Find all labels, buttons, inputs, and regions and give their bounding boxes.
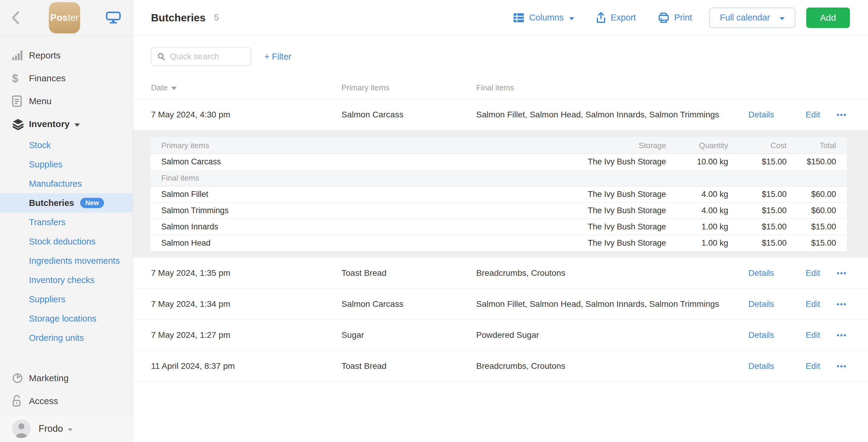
details-link[interactable]: Details [748, 268, 806, 278]
details-link[interactable]: Details [748, 330, 806, 340]
sidebar-item-ingredients-movements[interactable]: Ingredients movements [0, 251, 133, 270]
table-row[interactable]: 7 May 2024, 4:30 pm Salmon Carcass Salmo… [133, 99, 868, 130]
cell-storage: The Ivy Bush Storage [521, 206, 666, 215]
user-name: Frodo [38, 423, 63, 434]
subtable-header-final: Final items [150, 170, 847, 186]
app-window: Poster Reports $ Finances [0, 0, 868, 442]
sidebar-item-manufactures[interactable]: Manufactures [0, 174, 133, 193]
sidebar-item-storage-locations[interactable]: Storage locations [0, 309, 133, 328]
poster-logo[interactable]: Poster [49, 2, 80, 33]
column-header-final-items: Final items [476, 83, 868, 93]
sidebar-item-label: Ingredients movements [29, 256, 120, 266]
cell-cost: $15.00 [728, 238, 786, 248]
sidebar: Poster Reports $ Finances [0, 0, 133, 442]
logo-text-light: ter [68, 12, 79, 23]
cell-cost: $15.00 [728, 206, 786, 215]
sidebar-item-menu[interactable]: Menu [0, 90, 133, 113]
edit-link[interactable]: Edit [806, 299, 837, 309]
cell-quantity: 1.00 kg [666, 238, 728, 248]
sidebar-item-label: Stock [29, 140, 51, 150]
cell-final-items: Salmon Fillet, Salmon Head, Salmon Innar… [476, 110, 748, 120]
lock-open-icon [12, 395, 29, 407]
sidebar-item-suppliers[interactable]: Suppliers [0, 290, 133, 309]
details-link[interactable]: Details [748, 110, 806, 120]
sidebar-header: Poster [0, 0, 133, 36]
export-button[interactable]: Export [596, 12, 636, 24]
sidebar-item-ordering-units[interactable]: Ordering units [0, 328, 133, 347]
table-row[interactable]: 7 May 2024, 1:35 pm Toast Bread Breadcru… [133, 258, 868, 289]
terminal-icon [105, 11, 121, 25]
add-button[interactable]: Add [806, 7, 850, 28]
more-actions-button[interactable]: ••• [837, 300, 868, 308]
export-label: Export [611, 13, 636, 23]
calendar-range-button[interactable]: Full calendar [709, 7, 795, 28]
terminal-button[interactable] [105, 11, 121, 25]
columns-icon [513, 13, 524, 23]
subtable-row: Salmon Head The Ivy Bush Storage 1.00 kg… [150, 235, 847, 251]
table-row[interactable]: 11 April 2024, 8:37 pm Toast Bread Bread… [133, 351, 868, 382]
cell-primary-items: Toast Bread [341, 268, 476, 278]
search-input[interactable] [170, 52, 244, 61]
cell-storage: The Ivy Bush Storage [521, 222, 666, 232]
cell-date: 7 May 2024, 1:34 pm [151, 299, 341, 309]
edit-link[interactable]: Edit [806, 268, 837, 278]
sidebar-item-finances[interactable]: $ Finances [0, 67, 133, 90]
cell-primary-items: Toast Bread [341, 361, 476, 371]
sidebar-item-marketing[interactable]: Marketing [0, 367, 133, 389]
more-actions-button[interactable]: ••• [837, 331, 868, 339]
sidebar-item-label: Supplies [29, 160, 62, 170]
cell-total: $60.00 [786, 190, 847, 199]
columns-button[interactable]: Columns [513, 13, 574, 23]
document-icon [12, 96, 29, 107]
subtable-section-label: Primary items [150, 141, 521, 150]
edit-link[interactable]: Edit [806, 330, 837, 340]
avatar [12, 419, 31, 438]
edit-link[interactable]: Edit [806, 361, 837, 371]
more-actions-button[interactable]: ••• [837, 110, 868, 119]
sidebar-item-label: Stock deductions [29, 237, 96, 247]
details-link[interactable]: Details [748, 299, 806, 309]
sidebar-item-stock[interactable]: Stock [0, 135, 133, 155]
cell-item-name: Salmon Fillet [150, 190, 521, 199]
filter-button[interactable]: + Filter [264, 52, 291, 62]
cell-total: $150.00 [786, 157, 847, 167]
column-header-date[interactable]: Date [151, 83, 341, 93]
page-title: Butcheries [151, 12, 206, 24]
sidebar-item-butcheries[interactable]: Butcheries New [0, 193, 133, 212]
cell-quantity: 4.00 kg [666, 206, 728, 215]
search-box [151, 47, 251, 66]
sidebar-item-transfers[interactable]: Transfers [0, 212, 133, 232]
sidebar-item-inventory[interactable]: Inventory [0, 113, 133, 135]
columns-label: Columns [529, 13, 564, 23]
print-label: Print [674, 13, 692, 23]
search-icon [158, 52, 165, 61]
logo-text-bold: Pos [50, 12, 68, 23]
cell-item-name: Salmon Trimmings [150, 206, 521, 215]
export-icon [596, 12, 606, 24]
column-header-primary-items: Primary items [341, 83, 476, 93]
edit-link[interactable]: Edit [806, 110, 837, 120]
cell-date: 7 May 2024, 1:27 pm [151, 330, 341, 340]
cell-quantity: 4.00 kg [666, 190, 728, 199]
sidebar-item-inventory-checks[interactable]: Inventory checks [0, 270, 133, 290]
cell-primary-items: Salmon Carcass [341, 110, 476, 120]
header-actions: Columns Export [513, 7, 850, 28]
sidebar-item-reports[interactable]: Reports [0, 44, 133, 67]
sidebar-item-stock-deductions[interactable]: Stock deductions [0, 232, 133, 251]
more-actions-button[interactable]: ••• [837, 362, 868, 370]
sidebar-item-access[interactable]: Access [0, 389, 133, 412]
sidebar-item-supplies[interactable]: Supplies [0, 155, 133, 174]
cell-final-items: Breadcrumbs, Croutons [476, 361, 748, 371]
cell-quantity: 10.00 kg [666, 157, 728, 167]
subtable-header-primary: Primary items Storage Quantity Cost Tota… [150, 137, 847, 154]
collapse-sidebar-button[interactable] [11, 11, 24, 24]
table-row[interactable]: 7 May 2024, 1:34 pm Salmon Carcass Salmo… [133, 289, 868, 320]
print-button[interactable]: Print [658, 12, 692, 23]
cell-primary-items: Salmon Carcass [341, 299, 476, 309]
details-link[interactable]: Details [748, 361, 806, 371]
table-row[interactable]: 7 May 2024, 1:27 pm Sugar Powdered Sugar… [133, 320, 868, 351]
cell-total: $15.00 [786, 238, 847, 248]
user-menu[interactable]: Frodo [0, 415, 133, 442]
chevron-down-icon [569, 17, 574, 20]
more-actions-button[interactable]: ••• [837, 269, 868, 277]
